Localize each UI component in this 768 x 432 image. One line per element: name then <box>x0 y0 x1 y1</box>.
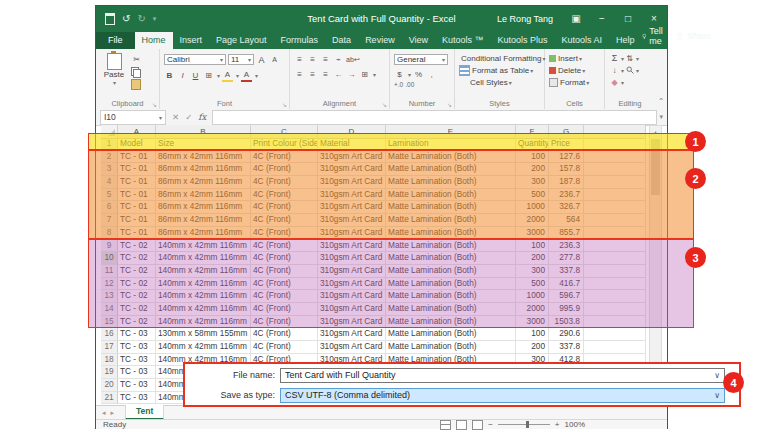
cell[interactable] <box>584 265 646 278</box>
name-box[interactable]: I10 ▾ <box>100 110 166 125</box>
scroll-up-icon[interactable]: ▴ <box>654 126 657 138</box>
cell[interactable]: TC - 01 <box>118 201 156 214</box>
fill-button[interactable]: ↓ <box>609 65 620 76</box>
ribbon-tab-kutools-ai[interactable]: Kutools AI <box>555 32 610 49</box>
cell[interactable] <box>584 341 646 354</box>
cell[interactable]: Matte Lamination (Both) <box>386 227 516 240</box>
cell[interactable]: Quantity <box>516 138 549 151</box>
row-number[interactable]: 5 <box>101 189 118 202</box>
clipboard-dialog-launcher-icon[interactable]: ↘ <box>152 101 157 108</box>
column-header-C[interactable]: C <box>251 125 318 139</box>
cell[interactable]: 337.8 <box>549 341 584 354</box>
cell[interactable]: 4C (Front) <box>251 163 318 176</box>
cell[interactable]: 140mm x 42mm 116mm <box>156 278 251 291</box>
cell[interactable]: 100 <box>516 240 549 253</box>
decrease-decimal-button[interactable]: .00 <box>405 81 414 88</box>
cell[interactable]: Matte Lamination (Both) <box>386 163 516 176</box>
accounting-format-button[interactable]: $ <box>394 69 405 80</box>
cell[interactable]: TC - 01 <box>118 227 156 240</box>
cell[interactable]: TC - 03 <box>118 328 156 341</box>
cell[interactable] <box>584 278 646 291</box>
undo-icon[interactable]: ↺ <box>122 13 130 24</box>
row-number[interactable]: 7 <box>101 214 118 227</box>
align-bottom-icon[interactable]: ≡ <box>320 54 331 65</box>
cell[interactable]: 300 <box>516 176 549 189</box>
scrollbar-thumb[interactable] <box>651 139 660 195</box>
cell[interactable]: TC - 02 <box>118 278 156 291</box>
paste-button[interactable]: Paste ▾ <box>100 52 128 90</box>
cell[interactable]: Matte Lamination (Both) <box>386 341 516 354</box>
share-button[interactable]: Share <box>676 31 711 41</box>
cell[interactable]: 290.6 <box>549 328 584 341</box>
ribbon-tab-data[interactable]: Data <box>325 32 358 49</box>
cell[interactable]: 310gsm Art Card <box>318 265 386 278</box>
cell[interactable]: 564 <box>549 214 584 227</box>
cell[interactable]: 140mm x 42mm 116mm <box>156 240 251 253</box>
font-dialog-launcher-icon[interactable]: ↘ <box>282 101 287 108</box>
cell[interactable]: Material <box>318 138 386 151</box>
cell[interactable]: 4C (Front) <box>251 252 318 265</box>
find-select-button[interactable] <box>624 65 635 76</box>
cell[interactable]: 130mm x 58mm 155mm <box>156 328 251 341</box>
cell[interactable]: Lamination <box>386 138 516 151</box>
cell[interactable]: 310gsm Art Card <box>318 240 386 253</box>
cell[interactable]: 4C (Front) <box>251 214 318 227</box>
cell[interactable]: 4C (Front) <box>251 240 318 253</box>
page-break-view-icon[interactable] <box>472 420 483 430</box>
cell[interactable]: Matte Lamination (Both) <box>386 303 516 316</box>
cell[interactable]: 4C (Front) <box>251 265 318 278</box>
cell[interactable]: 140mm x 42mm 116mm <box>156 252 251 265</box>
cell[interactable]: 416.7 <box>549 278 584 291</box>
cell[interactable] <box>584 316 646 329</box>
ribbon-tab-page-layout[interactable]: Page Layout <box>209 32 274 49</box>
cell[interactable]: Matte Lamination (Both) <box>386 151 516 164</box>
cell[interactable]: TC - 03 <box>118 341 156 354</box>
cell[interactable]: 100 <box>516 151 549 164</box>
align-left-icon[interactable]: ≡ <box>294 69 305 80</box>
cell[interactable]: 4C (Front) <box>251 341 318 354</box>
cell[interactable]: 326.7 <box>549 201 584 214</box>
ribbon-tab-file[interactable]: File <box>96 32 135 49</box>
autosum-button[interactable]: Σ <box>609 53 620 64</box>
row-number[interactable]: 9 <box>101 240 118 253</box>
increase-indent-icon[interactable]: → <box>346 69 357 80</box>
ribbon-display-options-icon[interactable]: ▣ <box>563 6 589 31</box>
format-cells-button[interactable]: Format▾ <box>549 76 601 88</box>
redo-icon[interactable]: ↻ <box>137 13 145 24</box>
cell[interactable]: 3000 <box>516 316 549 329</box>
cell[interactable]: Matte Lamination (Both) <box>386 252 516 265</box>
cell[interactable]: 310gsm Art Card <box>318 227 386 240</box>
ribbon-tab-insert[interactable]: Insert <box>173 32 210 49</box>
column-header-E[interactable]: E <box>386 125 516 139</box>
cell[interactable]: 310gsm Art Card <box>318 151 386 164</box>
cell[interactable]: 300 <box>516 265 549 278</box>
underline-button[interactable]: U <box>190 70 201 81</box>
cell[interactable]: 4C (Front) <box>251 201 318 214</box>
cell[interactable]: 4C (Front) <box>251 151 318 164</box>
formula-input[interactable] <box>212 110 657 125</box>
save-as-type-select[interactable]: CSV UTF-8 (Comma delimited) ∨ <box>280 388 725 403</box>
cell[interactable]: 236.7 <box>549 189 584 202</box>
column-header-F[interactable]: F <box>516 125 549 139</box>
cell[interactable] <box>584 290 646 303</box>
cell[interactable]: 1503.8 <box>549 316 584 329</box>
cell[interactable]: 140mm x 42mm 116mm <box>156 316 251 329</box>
font-size-combo[interactable]: 11▾ <box>228 54 254 65</box>
cell[interactable]: TC - 02 <box>118 303 156 316</box>
cell[interactable]: TC - 02 <box>118 252 156 265</box>
ribbon-tab-review[interactable]: Review <box>358 32 402 49</box>
cell[interactable]: TC - 02 <box>118 290 156 303</box>
italic-button[interactable]: I <box>177 70 188 81</box>
row-number[interactable]: 14 <box>101 303 118 316</box>
cell[interactable]: 140mm x 42mm 116mm <box>156 303 251 316</box>
cell[interactable]: 2000 <box>516 303 549 316</box>
tell-me-button[interactable]: Tell me <box>642 26 667 46</box>
wrap-text-button[interactable]: ab↩ <box>346 54 360 65</box>
cell[interactable]: 310gsm Art Card <box>318 303 386 316</box>
row-number[interactable]: 2 <box>101 151 118 164</box>
ribbon-tab-help[interactable]: Help <box>609 32 642 49</box>
cell[interactable]: Matte Lamination (Both) <box>386 189 516 202</box>
cell[interactable]: Matte Lamination (Both) <box>386 290 516 303</box>
cell[interactable]: 500 <box>516 278 549 291</box>
normal-view-icon[interactable] <box>440 420 451 430</box>
